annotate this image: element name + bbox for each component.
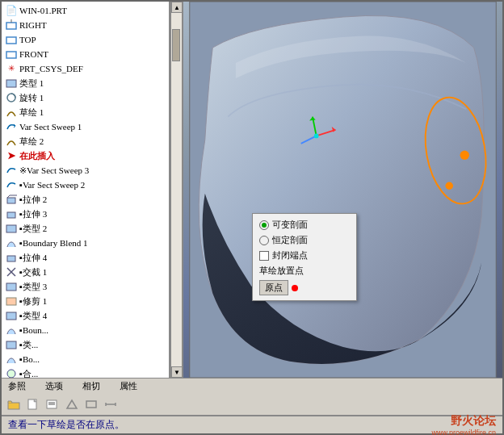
watermark-text: 野火论坛 bbox=[451, 414, 496, 429]
prt-icon: 📄 bbox=[5, 4, 18, 17]
svg-rect-37 bbox=[86, 401, 96, 408]
feature-tree[interactable]: 📄 WIN-01.PRT RIGHT TOP bbox=[2, 2, 170, 378]
extrude-icon bbox=[5, 193, 18, 206]
tree-item-type4[interactable]: ▪类型 4 bbox=[2, 308, 169, 323]
tree-item-merge[interactable]: ▪合... bbox=[2, 366, 169, 378]
scroll-thumb[interactable] bbox=[172, 29, 180, 61]
scroll-up-btn[interactable]: ▲ bbox=[171, 2, 183, 13]
tab-properties[interactable]: 属性 bbox=[116, 379, 141, 393]
scroll-down-btn[interactable]: ▼ bbox=[171, 366, 183, 378]
insert-icon: ➤ bbox=[5, 149, 18, 162]
popup-close-label: 封闭端点 bbox=[272, 249, 308, 261]
svg-rect-31 bbox=[8, 403, 19, 409]
sketch-icon bbox=[5, 106, 18, 119]
rotate-icon bbox=[5, 91, 18, 104]
svg-marker-36 bbox=[67, 400, 77, 408]
svg-rect-14 bbox=[6, 312, 16, 320]
tab-options[interactable]: 选项 bbox=[42, 379, 66, 393]
tree-item-sketch2[interactable]: 草绘 2 bbox=[2, 134, 169, 148]
boundary-iconx bbox=[5, 353, 18, 366]
tree-item-front[interactable]: FRONT bbox=[2, 47, 169, 61]
svg-rect-8 bbox=[6, 225, 16, 232]
feature-tree-panel: 📄 WIN-01.PRT RIGHT TOP bbox=[2, 2, 183, 378]
merge-icon bbox=[5, 367, 18, 378]
tb-trim-btn[interactable] bbox=[63, 395, 81, 413]
svg-rect-2 bbox=[6, 37, 16, 44]
3d-viewport[interactable]: 可变剖面 恒定剖面 封闭端点 草绘放置点 原点 bbox=[183, 2, 502, 378]
modify-icon bbox=[5, 295, 18, 307]
radio-var-sect[interactable] bbox=[259, 220, 269, 230]
svg-point-28 bbox=[460, 150, 469, 159]
tree-item-varsweep2[interactable]: ▪Var Sect Sweep 2 bbox=[2, 178, 169, 192]
sketch-icon2 bbox=[5, 135, 18, 148]
tab-ref[interactable]: 参照 bbox=[5, 379, 29, 393]
sweep-icon3 bbox=[5, 178, 18, 191]
sweep-icon2 bbox=[5, 164, 18, 177]
scroll-track bbox=[171, 13, 182, 366]
sweep-icon bbox=[5, 120, 18, 133]
tree-item-type2[interactable]: ▪类型 2 bbox=[2, 221, 169, 236]
svg-point-16 bbox=[7, 370, 15, 378]
popup-fixed-sect[interactable]: 恒定剖面 bbox=[253, 232, 356, 248]
tree-item-top[interactable]: TOP bbox=[2, 32, 169, 47]
tree-item-boundary1[interactable]: ▪Boundary Blend 1 bbox=[2, 236, 169, 250]
svg-rect-15 bbox=[6, 341, 16, 349]
tree-item-type1[interactable]: 类型 1 bbox=[2, 76, 169, 90]
checkbox-close-point[interactable] bbox=[259, 251, 269, 261]
tree-item-extrude2[interactable]: ▪拉伸 2 bbox=[2, 192, 169, 207]
popup-fixed-sect-label: 恒定剖面 bbox=[272, 234, 308, 246]
tree-item-varsweep1[interactable]: Var Sect Sweep 1 bbox=[2, 119, 169, 134]
tree-item-modify1[interactable]: ▪修剪 1 bbox=[2, 294, 169, 308]
tree-item-type3[interactable]: ▪类型 3 bbox=[2, 279, 169, 294]
tb-edit-btn[interactable] bbox=[44, 395, 61, 413]
origin-button[interactable]: 原点 bbox=[259, 280, 288, 295]
tree-item-intersect[interactable]: ▪交截 1 bbox=[2, 265, 169, 279]
tree-item-rotate1[interactable]: 旋转 1 bbox=[2, 90, 169, 105]
plane-icon3 bbox=[5, 48, 18, 61]
tree-item-insert[interactable]: ➤ 在此插入 bbox=[2, 148, 169, 163]
svg-rect-12 bbox=[6, 283, 16, 291]
tree-item-sketch1[interactable]: 草绘 1 bbox=[2, 105, 169, 119]
bottom-tab-bar: 参照 选项 相切 属性 bbox=[2, 378, 502, 394]
tree-item-win01[interactable]: 📄 WIN-01.PRT bbox=[2, 3, 169, 18]
type-icon4 bbox=[5, 309, 18, 322]
type-icon3 bbox=[5, 280, 18, 293]
tree-item-box[interactable]: ▪Bo... bbox=[2, 352, 169, 366]
svg-rect-4 bbox=[6, 80, 16, 87]
popup-menu[interactable]: 可变剖面 恒定剖面 封闭端点 草绘放置点 原点 bbox=[252, 213, 357, 301]
svg-rect-7 bbox=[7, 212, 15, 218]
svg-rect-9 bbox=[7, 256, 15, 261]
status-message: 查看一下草绘是否在原点。 bbox=[8, 418, 431, 432]
tb-measure-btn[interactable] bbox=[102, 395, 120, 413]
tb-folder-btn[interactable] bbox=[5, 395, 23, 413]
tree-item-right[interactable]: RIGHT bbox=[2, 18, 169, 32]
svg-point-29 bbox=[445, 182, 453, 190]
intersect-icon bbox=[5, 266, 18, 278]
tab-tangent[interactable]: 相切 bbox=[79, 379, 103, 393]
radio-fixed-sect[interactable] bbox=[259, 236, 269, 245]
tb-rect-btn[interactable] bbox=[82, 395, 100, 413]
type-icon2 bbox=[5, 222, 18, 235]
boundary-icon2 bbox=[5, 324, 18, 337]
svg-rect-13 bbox=[6, 298, 16, 305]
svg-point-26 bbox=[314, 134, 319, 139]
popup-var-sect[interactable]: 可变剖面 bbox=[253, 217, 356, 232]
type-iconx bbox=[5, 338, 18, 351]
tree-item-csys[interactable]: ✳ PRT_CSYS_DEF bbox=[2, 61, 169, 76]
popup-var-sect-label: 可变剖面 bbox=[272, 219, 308, 231]
tb-new-btn[interactable] bbox=[24, 395, 42, 413]
tree-item-extrude4[interactable]: ▪拉伸 4 bbox=[2, 250, 169, 265]
popup-origin-row[interactable]: 原点 bbox=[253, 278, 356, 297]
popup-sketch-origin-row: 草绘放置点 bbox=[253, 263, 356, 278]
csys-icon: ✳ bbox=[5, 62, 18, 75]
tree-item-extrude3[interactable]: ▪拉伸 3 bbox=[2, 207, 169, 221]
popup-close-point[interactable]: 封闭端点 bbox=[253, 248, 356, 263]
plane-icon bbox=[5, 19, 18, 31]
plane-icon2 bbox=[5, 33, 18, 46]
tree-item-varsweep3[interactable]: ※Var Sect Sweep 3 bbox=[2, 163, 169, 178]
type-icon bbox=[5, 77, 18, 90]
tree-item-typex[interactable]: ▪类... bbox=[2, 337, 169, 352]
3d-model-svg bbox=[183, 2, 502, 378]
tree-item-boundary2[interactable]: ▪Boun... bbox=[2, 323, 169, 337]
toolbar bbox=[2, 394, 502, 416]
